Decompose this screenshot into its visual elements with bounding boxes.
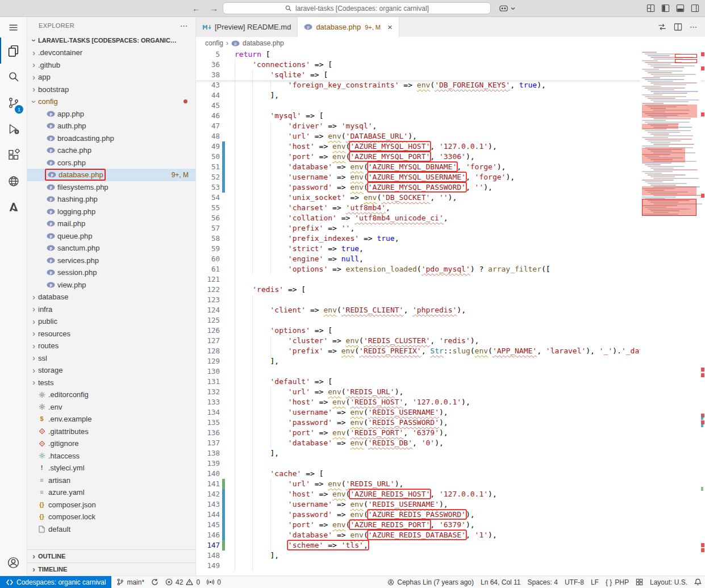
forward-button[interactable]: → [210, 3, 218, 13]
code-line-127[interactable]: 127'cluster' => env('REDIS_CLUSTER', 're… [196, 336, 705, 346]
code-line-134[interactable]: 134'username' => env('REDIS_USERNAME'), [196, 407, 705, 418]
extensions-view-button[interactable] [0, 142, 27, 168]
code-line-49[interactable]: 49'host' => env('AZURE_MYSQL_HOST', '127… [196, 141, 705, 152]
tree-item-composer.lock[interactable]: {}composer.lock [27, 511, 195, 523]
toggle-secondary-sidebar-icon[interactable] [691, 4, 699, 12]
search-view-button[interactable] [0, 64, 27, 90]
tree-item-app.php[interactable]: papp.php [27, 108, 195, 120]
tree-item-routes[interactable]: ›routes [27, 340, 195, 352]
scrollbar[interactable] [700, 49, 705, 576]
tree-item-default[interactable]: default [27, 523, 195, 536]
code-line-44[interactable]: 44], [196, 90, 705, 101]
language-mode[interactable]: { }PHP [602, 576, 632, 588]
back-button[interactable]: ← [192, 3, 201, 13]
tab-database-php[interactable]: pdatabase.php9+, M× [298, 17, 399, 37]
code-line-5[interactable]: 5return [ [196, 49, 705, 60]
tree-item-resources[interactable]: ›resources [27, 328, 195, 340]
cursor-position[interactable]: Ln 64, Col 11 [477, 576, 524, 588]
code-line-138[interactable]: 138], [196, 448, 705, 458]
ports[interactable]: 0 [203, 576, 224, 588]
code-line-52[interactable]: 52'username' => env('AZURE_MYSQL_USERNAM… [196, 172, 705, 182]
tree-item-azure.yaml[interactable]: ≡azure.yaml [27, 486, 195, 499]
code-line-141[interactable]: 141'url' => env('REDIS_URL'), [196, 479, 705, 489]
tree-item-infra[interactable]: ›infra [27, 303, 195, 316]
code-line-45[interactable]: 45 [196, 101, 705, 111]
code-line-133[interactable]: 133'host' => env('REDIS_HOST', '127.0.0.… [196, 397, 705, 407]
code-line-132[interactable]: 132'url' => env('REDIS_URL'), [196, 387, 705, 397]
code-line-59[interactable]: 59'strict' => true, [196, 244, 705, 254]
code-line-145[interactable]: 145'port' => env('AZURE_REDIS_PORT', '63… [196, 520, 705, 530]
indentation[interactable]: Spaces: 4 [524, 576, 561, 588]
problems[interactable]: 420 [162, 576, 203, 588]
tree-item-services.php[interactable]: pservices.php [27, 255, 195, 267]
tree-item-tests[interactable]: ›tests [27, 377, 195, 389]
breadcrumb-file[interactable]: database.php [243, 39, 284, 47]
open-changes-icon[interactable] [658, 23, 666, 31]
code-line-144[interactable]: 144'password' => env('AZURE_REDIS_PASSWO… [196, 510, 705, 520]
more-actions-icon[interactable]: ⋯ [180, 22, 187, 30]
code-line-126[interactable]: 126'options' => [ [196, 326, 705, 336]
tree-item-.editorconfig[interactable]: .editorconfig [27, 389, 195, 401]
code-line-136[interactable]: 136'port' => env('REDIS_PORT', '6379'), [196, 428, 705, 438]
tree-item-cors.php[interactable]: pcors.php [27, 157, 195, 169]
split-editor-icon[interactable] [674, 23, 682, 31]
code-line-121[interactable]: 121 [196, 274, 705, 285]
tree-item-queue.php[interactable]: pqueue.php [27, 230, 195, 243]
code-line-146[interactable]: 146'database' => env('AZURE_REDIS_DATABA… [196, 530, 705, 540]
tree-item-bootstrap[interactable]: ›bootstrap [27, 84, 195, 96]
tree-item-.env.example[interactable]: $.env.example [27, 413, 195, 426]
code-line-131[interactable]: 131'default' => [ [196, 377, 705, 387]
workspace-root-folder[interactable]: › LARAVEL-TASKS [CODESPACES: ORGANIC CAR… [27, 34, 195, 47]
azure-view-button[interactable] [0, 194, 27, 220]
section-outline[interactable]: ›OUTLINE [27, 549, 195, 562]
tree-item-session.php[interactable]: psession.php [27, 266, 195, 279]
command-center[interactable]: laravel-tasks [Codespaces: organic carni… [223, 2, 491, 14]
code-line-61[interactable]: 61'options' => extension_loaded('pdo_mys… [196, 264, 705, 274]
code-line-57[interactable]: 57'prefix' => '', [196, 223, 705, 233]
customize-layout-icon[interactable] [646, 4, 655, 12]
code-line-48[interactable]: 48'url' => env('DATABASE_URL'), [196, 131, 705, 141]
code-line-130[interactable]: 130 [196, 366, 705, 377]
tree-item-.gitignore[interactable]: .gitignore [27, 437, 195, 450]
notifications[interactable] [691, 576, 705, 588]
tree-item-.gitattributes[interactable]: .gitattributes [27, 426, 195, 438]
code-line-55[interactable]: 55'charset' => 'utf8mb4', [196, 203, 705, 213]
code-editor[interactable]: 5return [36'connections' => [38'sqlite' … [196, 49, 705, 576]
code-line-124[interactable]: 124'client' => env('REDIS_CLIENT', 'phpr… [196, 305, 705, 315]
code-line-149[interactable]: 149 [196, 561, 705, 571]
tree-item-.styleci.yml[interactable]: !.styleci.yml [27, 462, 195, 474]
explorer-view-button[interactable] [0, 37, 27, 64]
git-blame[interactable]: Cephas Lin (7 years ago) [384, 576, 477, 588]
encoding[interactable]: UTF-8 [561, 576, 587, 588]
code-line-137[interactable]: 137'database' => env('REDIS_DB', '0'), [196, 438, 705, 448]
tree-item-database[interactable]: ›database [27, 291, 195, 303]
code-line-139[interactable]: 139 [196, 458, 705, 469]
code-line-43[interactable]: 43'foreign_key_constraints' => env('DB_F… [196, 80, 705, 90]
code-line-142[interactable]: 142'host' => env('AZURE_REDIS_HOST', '12… [196, 489, 705, 499]
tab--Preview-README-md[interactable]: [Preview] README.md [196, 17, 298, 37]
breadcrumb-folder[interactable]: config [205, 39, 223, 47]
tree-item-storage[interactable]: ›storage [27, 364, 195, 377]
code-line-123[interactable]: 123 [196, 295, 705, 305]
tree-item-mail.php[interactable]: pmail.php [27, 218, 195, 230]
code-line-47[interactable]: 47'driver' => 'mysql', [196, 121, 705, 131]
source-control-view-button[interactable]: 1 [0, 90, 27, 116]
tree-item-.devcontainer[interactable]: ›.devcontainer [27, 47, 195, 59]
menu-button[interactable] [0, 17, 27, 37]
code-line-56[interactable]: 56'collation' => 'utf8mb4_unicode_ci', [196, 213, 705, 223]
tree-item-.github[interactable]: ›.github [27, 59, 195, 72]
code-line-140[interactable]: 140'cache' => [ [196, 469, 705, 479]
tree-item-public[interactable]: ›public [27, 315, 195, 328]
code-line-148[interactable]: 148], [196, 551, 705, 561]
code-line-46[interactable]: 46'mysql' => [ [196, 111, 705, 121]
code-line-51[interactable]: 51'database' => env('AZURE_MYSQL_DBNAME'… [196, 162, 705, 172]
tree-item-view.php[interactable]: pview.php [27, 279, 195, 291]
code-line-50[interactable]: 50'port' => env('AZURE_MYSQL_PORT', '330… [196, 152, 705, 162]
tree-item-hashing.php[interactable]: phashing.php [27, 193, 195, 206]
code-line-60[interactable]: 60'engine' => null, [196, 254, 705, 264]
eol[interactable]: LF [587, 576, 602, 588]
git-branch[interactable]: main* [113, 576, 148, 588]
code-line-122[interactable]: 122'redis' => [ [196, 285, 705, 295]
tree-item-composer.json[interactable]: {}composer.json [27, 499, 195, 511]
code-line-143[interactable]: 143'username' => env('REDIS_USERNAME'), [196, 499, 705, 510]
